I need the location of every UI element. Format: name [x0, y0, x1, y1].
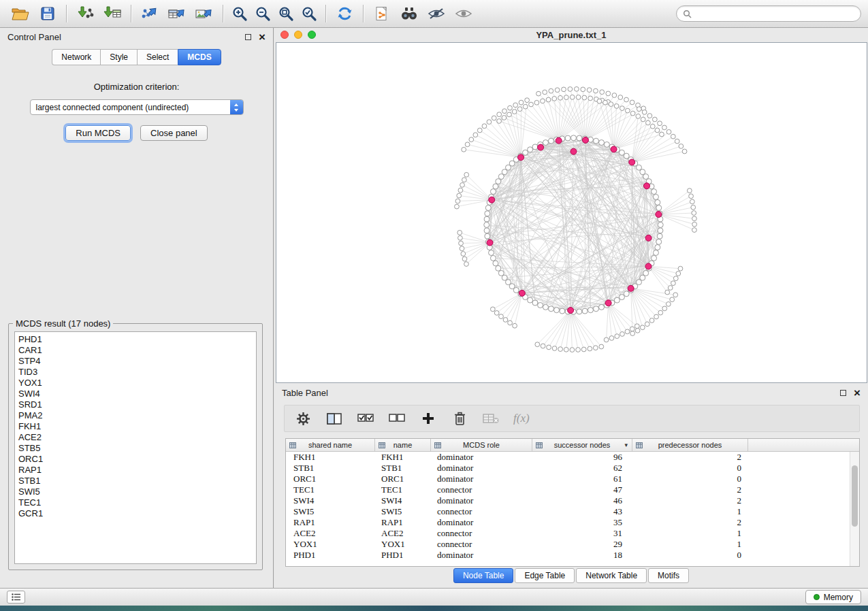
- search-input[interactable]: [695, 9, 854, 18]
- close-panel-icon[interactable]: ×: [854, 389, 861, 397]
- document-share-button[interactable]: [368, 2, 396, 25]
- checked-boxes-icon: [357, 413, 374, 424]
- mcds-result-list[interactable]: PHD1CAR1STP4TID3YOX1SWI4SRD1PMA2FKH1ACE2…: [14, 331, 257, 564]
- column-header-shared-name[interactable]: shared name: [286, 439, 375, 451]
- gear-icon: [296, 412, 310, 426]
- show-all-button[interactable]: [450, 2, 477, 25]
- save-session-button[interactable]: [34, 2, 61, 25]
- zoom-selected-button[interactable]: [298, 2, 321, 25]
- close-panel-icon[interactable]: ×: [259, 33, 266, 42]
- close-window-icon[interactable]: [280, 31, 289, 39]
- mcds-result-item[interactable]: ACE2: [18, 432, 256, 443]
- mcds-result-item[interactable]: STB1: [18, 476, 256, 486]
- export-image-icon: [195, 6, 213, 21]
- column-header-predecessor-nodes[interactable]: predecessor nodes: [632, 439, 748, 451]
- float-panel-icon[interactable]: [840, 390, 846, 396]
- deselect-all-button[interactable]: [388, 410, 406, 427]
- export-table-button[interactable]: [163, 2, 191, 25]
- refresh-button[interactable]: [331, 2, 358, 25]
- control-panel-tabs: Network Style Select MCDS: [0, 49, 273, 65]
- tab-edge-table[interactable]: Edge Table: [515, 568, 575, 583]
- mcds-result-item[interactable]: TID3: [18, 367, 256, 378]
- memory-button[interactable]: Memory: [805, 590, 861, 604]
- mcds-result-item[interactable]: SWI4: [18, 389, 256, 399]
- network-canvas[interactable]: [276, 42, 867, 383]
- table-row[interactable]: SWI4SWI4dominator462: [286, 495, 850, 506]
- open-file-button[interactable]: [7, 2, 34, 25]
- delete-table-button[interactable]: [482, 410, 500, 427]
- mcds-result-group: MCDS result (17 nodes) PHD1CAR1STP4TID3Y…: [8, 318, 263, 570]
- run-mcds-button[interactable]: Run MCDS: [65, 125, 131, 141]
- table-delete-icon: [483, 413, 499, 424]
- tab-motifs[interactable]: Motifs: [648, 568, 689, 583]
- tab-network-table[interactable]: Network Table: [576, 568, 647, 583]
- close-panel-button[interactable]: Close panel: [140, 125, 208, 141]
- mcds-result-item[interactable]: TEC1: [18, 497, 256, 508]
- import-table-button[interactable]: [99, 2, 126, 25]
- table-row[interactable]: ORC1ORC1dominator610: [286, 474, 850, 484]
- mcds-result-item[interactable]: YOX1: [18, 378, 256, 389]
- mcds-result-item[interactable]: PMA2: [18, 410, 256, 421]
- tab-network[interactable]: Network: [52, 49, 100, 65]
- mcds-result-item[interactable]: GCR1: [18, 508, 256, 519]
- table-settings-button[interactable]: [294, 410, 312, 427]
- table-row[interactable]: YOX1YOX1connector291: [286, 539, 850, 550]
- import-network-button[interactable]: [71, 2, 99, 25]
- add-column-button[interactable]: [419, 410, 437, 427]
- mcds-result-item[interactable]: ORC1: [18, 454, 256, 465]
- hide-selected-button[interactable]: [423, 2, 450, 25]
- sort-descending-icon[interactable]: ▾: [624, 442, 628, 448]
- memory-label: Memory: [824, 593, 853, 602]
- export-image-button[interactable]: [191, 2, 218, 25]
- tab-mcds[interactable]: MCDS: [178, 49, 221, 65]
- minimize-window-icon[interactable]: [294, 31, 302, 39]
- window-controls: [280, 31, 316, 39]
- floppy-icon: [40, 6, 55, 21]
- table-tabs: Node Table Edge Table Network Table Moti…: [274, 568, 868, 583]
- table-scrollbar[interactable]: [850, 452, 859, 566]
- mcds-result-item[interactable]: CAR1: [18, 345, 256, 356]
- mcds-result-item[interactable]: SWI5: [18, 486, 256, 497]
- tab-select[interactable]: Select: [137, 49, 178, 65]
- zoom-out-button[interactable]: [251, 2, 274, 25]
- column-header-successor-nodes[interactable]: successor nodes ▾: [532, 439, 632, 451]
- mcds-result-item[interactable]: SRD1: [18, 399, 256, 410]
- table-row[interactable]: TEC1TEC1connector472: [286, 484, 850, 495]
- column-header-name[interactable]: name: [375, 439, 431, 451]
- float-panel-icon[interactable]: [245, 34, 251, 40]
- zoom-fit-button[interactable]: [274, 2, 298, 25]
- table-row[interactable]: SWI5SWI5connector431: [286, 506, 850, 517]
- tab-node-table[interactable]: Node Table: [453, 568, 514, 583]
- table-row[interactable]: RAP1RAP1dominator352: [286, 517, 850, 528]
- mcds-result-item[interactable]: PHD1: [18, 334, 256, 345]
- mcds-result-item[interactable]: STB5: [18, 443, 256, 454]
- table-cell: [748, 484, 850, 495]
- table-row[interactable]: STB1STB1dominator620: [286, 463, 850, 474]
- table-row[interactable]: FKH1FKH1dominator962: [286, 452, 850, 463]
- mcds-result-item[interactable]: FKH1: [18, 421, 256, 432]
- table-cell: 1: [632, 539, 748, 550]
- tab-style[interactable]: Style: [100, 49, 137, 65]
- control-panel-title: Control Panel: [7, 32, 61, 42]
- toolbar-separator: [325, 5, 326, 22]
- select-all-button[interactable]: [357, 410, 374, 427]
- table-row[interactable]: ACE2ACE2connector311: [286, 528, 850, 539]
- column-header-mcds-role[interactable]: MCDS role: [431, 439, 532, 451]
- mcds-result-item[interactable]: RAP1: [18, 465, 256, 476]
- function-builder-button[interactable]: f(x): [513, 412, 530, 425]
- mcds-result-item[interactable]: STP4: [18, 356, 256, 367]
- zoom-in-button[interactable]: [228, 2, 251, 25]
- find-button[interactable]: [396, 2, 423, 25]
- search-icon: [683, 10, 692, 18]
- table-cell: FKH1: [375, 452, 431, 463]
- delete-column-button[interactable]: [451, 410, 468, 427]
- maximize-window-icon[interactable]: [308, 31, 316, 39]
- scrollbar-thumb[interactable]: [852, 465, 858, 527]
- status-menu-button[interactable]: [7, 591, 25, 604]
- criterion-select[interactable]: largest connected component (undirected): [30, 99, 244, 115]
- control-panel-header: Control Panel ×: [0, 28, 273, 46]
- table-cell: dominator: [431, 452, 532, 463]
- export-network-button[interactable]: [136, 2, 163, 25]
- table-row[interactable]: PHD1PHD1dominator180: [286, 550, 850, 561]
- show-column-button[interactable]: [325, 410, 343, 427]
